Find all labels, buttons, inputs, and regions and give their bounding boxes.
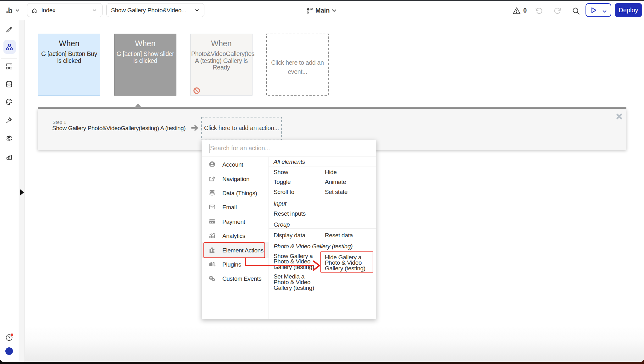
svg-text:b: b — [8, 6, 13, 14]
